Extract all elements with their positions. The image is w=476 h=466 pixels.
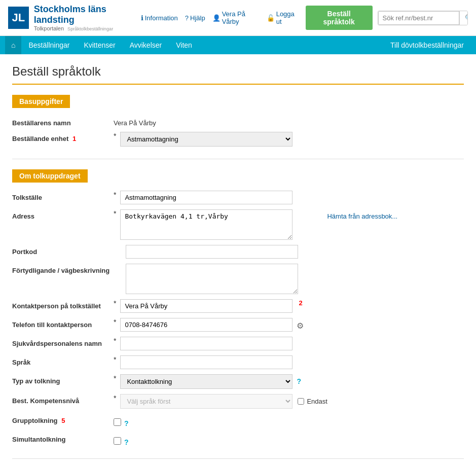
help-icon: ?: [185, 14, 189, 22]
adress-row: Adress * Botkyrkavägen 4,1 tr,Vårby Hämt…: [12, 209, 464, 240]
telefon-input[interactable]: [120, 318, 292, 332]
grupptolkning-control: ?: [114, 414, 464, 427]
sjukvard-input[interactable]: [120, 337, 292, 350]
nav-viten[interactable]: Viten: [169, 36, 199, 54]
grupptolkning-checkbox[interactable]: [114, 418, 121, 426]
bestallande-enhet-select[interactable]: Astmamottagning Annan enhet: [120, 132, 292, 147]
kontaktperson-input[interactable]: [120, 299, 292, 313]
nav-kvittenser[interactable]: Kvittenser: [77, 36, 122, 54]
fortydligande-input[interactable]: [126, 264, 298, 294]
logo-text: Stockholms läns landsting Tolkportalen S…: [34, 4, 141, 31]
endast-checkbox[interactable]: [298, 398, 304, 405]
section-divider-1: [12, 159, 464, 159]
nav-home[interactable]: ⌂: [5, 36, 21, 54]
typ-help-link[interactable]: ?: [297, 374, 301, 385]
fortydligande-label: Förtydligande / vägbeskrivning: [12, 264, 114, 274]
basuppgifter-section: Basuppgifter Beställarens namn Vera På V…: [12, 95, 464, 147]
portkod-control: [114, 245, 464, 259]
telefon-required: *: [114, 318, 116, 326]
tolkstalle-row: Tolkställe *: [12, 191, 464, 204]
telefon-control: * ⚙: [114, 318, 464, 332]
typ-required: *: [114, 374, 116, 382]
sprak-input[interactable]: [120, 355, 292, 369]
simultantolkning-help[interactable]: ?: [124, 435, 129, 446]
kompetens-control: * Välj språk först Endast: [114, 394, 464, 409]
grupptolkning-label: Grupptolkning 5: [12, 414, 114, 424]
search-input[interactable]: [378, 11, 459, 25]
kontaktperson-control: * 2: [114, 299, 464, 313]
step5-badge: 5: [61, 417, 65, 424]
adress-label: Adress: [12, 209, 114, 220]
kompetens-select[interactable]: Välj språk först: [120, 394, 292, 409]
grupptolkning-row: Grupptolkning 5 ?: [12, 414, 464, 427]
kontaktperson-label: Kontaktperson på tolkstället: [12, 299, 114, 310]
bestallare-value-area: Vera På Vårby: [114, 116, 464, 127]
logout-link[interactable]: 🔓 Logga ut: [267, 10, 299, 25]
kontaktperson-row: Kontaktperson på tolkstället * 2: [12, 299, 464, 313]
tolkstalle-required: *: [114, 191, 116, 199]
gear-icon[interactable]: ⚙: [297, 318, 304, 331]
bestallande-enhet-row: Beställande enhet 1 * Astmamottagning An…: [12, 132, 464, 147]
typ-control: * Kontakttolkning Telefontolkning Videot…: [114, 374, 464, 389]
sjukvard-row: Sjukvårdspersonalens namn *: [12, 337, 464, 350]
bestallande-enhet-label: Beställande enhet 1: [12, 132, 114, 142]
typ-row: Typ av tolkning * Kontakttolkning Telefo…: [12, 374, 464, 389]
help-link[interactable]: ? Hjälp: [185, 14, 205, 22]
page-title: Beställ språktolk: [12, 64, 464, 79]
information-link[interactable]: ℹ Information: [141, 14, 178, 22]
logo-icon: JL: [8, 7, 29, 29]
kontaktperson-required: *: [114, 299, 116, 307]
info-icon: ℹ: [141, 14, 143, 22]
portal-name: Tolkportalen Språktolkbeställningar: [34, 25, 141, 31]
kompetens-row: Best. Kompetensnivå * Välj språk först E…: [12, 394, 464, 409]
adress-required: *: [114, 209, 116, 218]
bestallare-value: Vera På Vårby: [114, 116, 156, 127]
simultantolkning-checkbox-area: ?: [114, 433, 129, 446]
vera-link[interactable]: 👤 Vera På Vårby: [212, 10, 260, 25]
adressbok-link[interactable]: Hämta från adressbok...: [327, 209, 397, 220]
search-box: 🔍: [378, 11, 468, 25]
portkod-label: Portkod: [12, 245, 114, 256]
logout-icon: 🔓: [267, 14, 275, 22]
typ-select[interactable]: Kontakttolkning Telefontolkning Videotol…: [120, 374, 292, 389]
step2-badge: 2: [299, 299, 302, 307]
sjukvard-control: *: [114, 337, 464, 350]
header-actions: Beställ språktolk 🔍: [306, 6, 468, 30]
sprak-required: *: [114, 355, 116, 364]
main-content: Beställ språktolk Basuppgifter Beställar…: [0, 54, 476, 466]
grupptolkning-help[interactable]: ?: [124, 416, 129, 427]
nav-dovtolk[interactable]: Till dövtolkbeställningar: [383, 36, 471, 54]
header-right: ℹ Information ? Hjälp 👤 Vera På Vårby 🔓 …: [141, 6, 468, 30]
tolkstalle-label: Tolkställe: [12, 191, 114, 201]
kompetens-label: Best. Kompetensnivå: [12, 394, 114, 405]
tolkuppdraget-header: Om tolkuppdraget: [12, 169, 88, 183]
tolkstalle-control: *: [114, 191, 464, 204]
telefon-row: Telefon till kontaktperson * ⚙: [12, 318, 464, 332]
kompetens-required: *: [114, 394, 116, 402]
telefon-label: Telefon till kontaktperson: [12, 318, 114, 329]
typ-label: Typ av tolkning: [12, 374, 114, 385]
nav-bestallningar[interactable]: Beställningar: [21, 36, 77, 54]
portkod-row: Portkod: [12, 245, 464, 259]
search-button[interactable]: 🔍: [459, 11, 468, 25]
adress-input[interactable]: Botkyrkavägen 4,1 tr,Vårby: [120, 209, 292, 240]
section-divider-2: [12, 458, 464, 459]
logo-area: JL Stockholms läns landsting Tolkportale…: [8, 4, 141, 31]
sprak-label: Språk: [12, 355, 114, 366]
portkod-input[interactable]: [126, 245, 298, 259]
simultantolkning-label: Simultantolkning: [12, 433, 114, 443]
sjukvard-label: Sjukvårdspersonalens namn: [12, 337, 114, 347]
simultantolkning-control: ?: [114, 433, 464, 446]
simultantolkning-row: Simultantolkning ?: [12, 433, 464, 446]
tolkstalle-input[interactable]: [120, 191, 292, 204]
user-icon: 👤: [212, 14, 221, 22]
fortydligande-row: Förtydligande / vägbeskrivning: [12, 264, 464, 294]
sprak-control: *: [114, 355, 464, 369]
order-button[interactable]: Beställ språktolk: [306, 6, 373, 30]
simultantolkning-checkbox[interactable]: [114, 437, 121, 445]
org-name: Stockholms läns landsting: [34, 4, 141, 25]
bestallare-row: Beställarens namn Vera På Vårby: [12, 116, 464, 127]
tolkuppdraget-section: Om tolkuppdraget Tolkställe * Adress * B…: [12, 169, 464, 446]
nav-avvikelser[interactable]: Avvikelser: [123, 36, 169, 54]
bestallande-enhet-control: * Astmamottagning Annan enhet: [114, 132, 464, 147]
